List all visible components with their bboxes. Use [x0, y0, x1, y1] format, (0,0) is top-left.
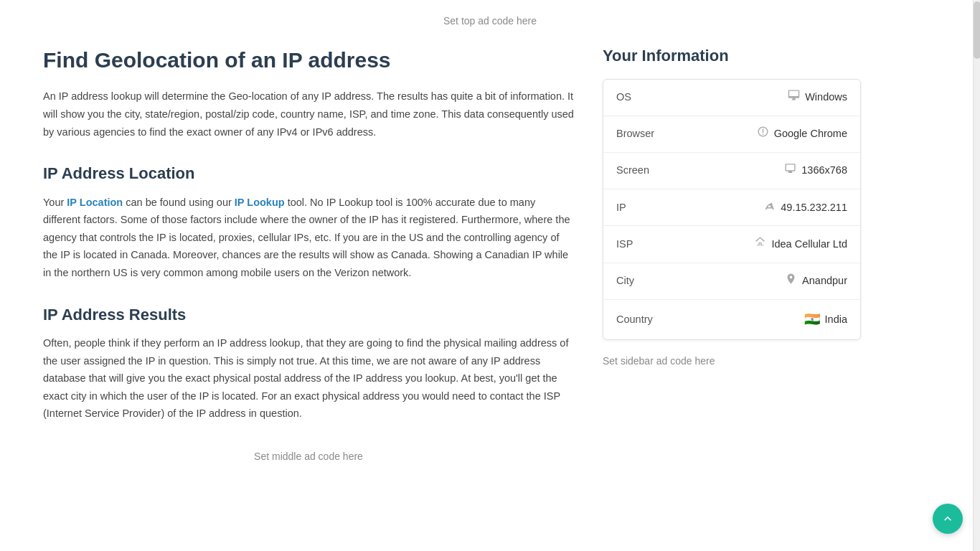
sidebar-title: Your Information	[603, 43, 861, 68]
screen-value: 980x551	[784, 162, 847, 179]
info-row-browser: Browser Google Chrome	[603, 116, 860, 153]
section2-text-before: Your	[43, 197, 67, 208]
sidebar: Your Information OS Windows	[603, 43, 861, 471]
middle-ad-placeholder: Set middle ad code here	[43, 427, 574, 471]
ip-location-link[interactable]: IP Location	[67, 197, 123, 208]
ip-label: IP	[616, 199, 626, 216]
city-label: City	[616, 273, 634, 289]
city-value: Anandpur	[785, 273, 847, 290]
scrollbar-thumb[interactable]	[974, 1, 980, 59]
top-ad-placeholder: Set top ad code here	[0, 0, 980, 36]
page-title: Find Geolocation of an IP address	[43, 43, 574, 77]
network-icon	[763, 199, 776, 216]
section2-paragraph: Your IP Location can be found using our …	[43, 194, 574, 282]
browser-value: Google Chrome	[757, 126, 847, 143]
browser-label: Browser	[616, 126, 654, 142]
globe-icon	[757, 126, 769, 143]
top-ad-text: Set top ad code here	[443, 15, 537, 27]
country-label: Country	[616, 311, 653, 328]
middle-ad-text: Set middle ad code here	[254, 451, 363, 462]
scrollbar-track	[973, 0, 980, 486]
main-content: Find Geolocation of an IP address An IP …	[43, 43, 574, 471]
screen-label: Screen	[616, 162, 649, 179]
isp-value: Idea Cellular Ltd	[754, 235, 847, 253]
info-row-isp: ISP Idea Cellular Ltd	[603, 226, 860, 263]
flag-icon: 🇮🇳	[804, 309, 820, 330]
sidebar-ad-placeholder: Set sidebar ad code here	[603, 353, 861, 369]
section2-text-mid1: can be found using our	[123, 197, 235, 208]
content-area: Find Geolocation of an IP address An IP …	[0, 36, 980, 486]
section3-title: IP Address Results	[43, 302, 574, 327]
section3-paragraph: Often, people think if they perform an I…	[43, 334, 574, 423]
os-label: OS	[616, 89, 631, 105]
info-row-country: Country 🇮🇳 India	[603, 300, 860, 339]
building-icon	[754, 235, 766, 253]
info-row-screen: Screen 980x551	[603, 153, 860, 189]
monitor-icon	[788, 89, 800, 106]
isp-label: ISP	[616, 236, 633, 253]
info-row-os: OS Windows	[603, 80, 860, 116]
ip-value: 49.15.232.211	[763, 199, 847, 216]
country-value: 🇮🇳 India	[804, 309, 847, 330]
intro-paragraph: An IP address lookup will determine the …	[43, 88, 574, 141]
page-wrapper: Set top ad code here Find Geolocation of…	[0, 0, 980, 486]
screen-icon	[784, 162, 796, 179]
pin-icon	[785, 273, 797, 290]
ip-lookup-link[interactable]: IP Lookup	[235, 197, 285, 208]
sidebar-ad-text: Set sidebar ad code here	[603, 355, 715, 367]
section2-title: IP Address Location	[43, 161, 574, 186]
info-card: OS Windows Browser	[603, 79, 861, 340]
info-row-city: City Anandpur	[603, 263, 860, 300]
os-value: Windows	[788, 89, 847, 106]
info-row-ip: IP 49.15.232.211	[603, 189, 860, 226]
section2-text-after: tool. No IP Lookup tool is 100% accurate…	[43, 197, 570, 279]
